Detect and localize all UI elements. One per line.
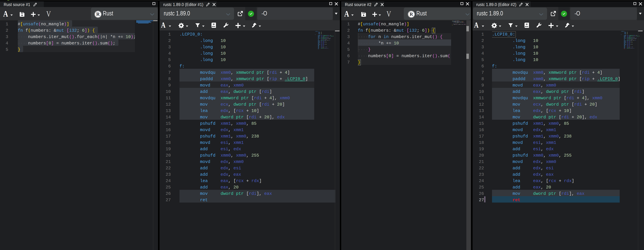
svg-text:R: R xyxy=(96,12,100,17)
svg-text:R: R xyxy=(410,12,413,17)
